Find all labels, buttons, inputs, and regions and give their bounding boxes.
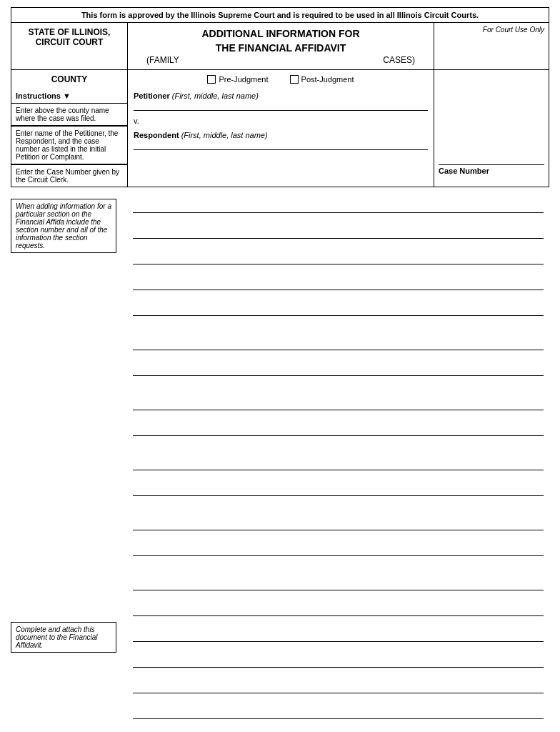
respondent-label: Respondent (First, middle, last name) bbox=[134, 131, 428, 139]
county-label: COUNTY bbox=[11, 69, 128, 89]
line-9[interactable] bbox=[133, 416, 544, 436]
line-13[interactable] bbox=[133, 536, 544, 556]
line-6[interactable] bbox=[133, 330, 544, 350]
instruction-block-3: Enter the Case Number given by the Circu… bbox=[11, 164, 127, 187]
court-use-right bbox=[434, 69, 549, 89]
writing-lines bbox=[127, 193, 549, 616]
title-col: ADDITIONAL INFORMATION FOR THE FINANCIAL… bbox=[128, 23, 434, 69]
line-2[interactable] bbox=[133, 219, 544, 239]
header-section: STATE OF ILLINOIS, CIRCUIT COURT ADDITIO… bbox=[11, 22, 549, 187]
bottom-lines bbox=[127, 622, 549, 693]
line-17[interactable] bbox=[133, 648, 544, 668]
case-number-col: Case Number bbox=[434, 89, 549, 187]
respondent-section: Respondent (First, middle, last name) bbox=[134, 131, 428, 150]
court-use-col: For Court Use Only bbox=[434, 23, 549, 69]
v-label: v. bbox=[134, 117, 428, 125]
pre-judgment-label: Pre-Judgment bbox=[219, 75, 268, 84]
line-10[interactable] bbox=[133, 450, 544, 470]
line-4[interactable] bbox=[133, 270, 544, 290]
line-15[interactable] bbox=[133, 596, 544, 616]
bottom-instruction-box: Complete and attach this document to the… bbox=[11, 622, 116, 653]
form-title-main: ADDITIONAL INFORMATION FOR THE FINANCIAL… bbox=[132, 27, 429, 55]
cases-label: CASES) bbox=[383, 55, 415, 65]
instructions-title: Instructions ▼ bbox=[11, 89, 127, 104]
case-number-input[interactable] bbox=[439, 175, 544, 184]
line-16[interactable] bbox=[133, 622, 544, 642]
line-19[interactable] bbox=[133, 699, 544, 719]
line-12[interactable] bbox=[133, 510, 544, 530]
petitioner-section: Petitioner (First, middle, last name) bbox=[134, 92, 428, 111]
respondent-input[interactable] bbox=[134, 141, 428, 150]
party-fields: Petitioner (First, middle, last name) v.… bbox=[128, 89, 434, 187]
post-judgment-checkbox[interactable]: Post-Judgment bbox=[290, 75, 354, 84]
line-11[interactable] bbox=[133, 476, 544, 496]
top-notice: This form is approved by the Illinois Su… bbox=[11, 7, 549, 22]
post-judgment-label: Post-Judgment bbox=[301, 75, 354, 84]
judgment-area: Pre-Judgment Post-Judgment bbox=[128, 69, 434, 89]
line-7[interactable] bbox=[133, 356, 544, 376]
writing-area: When adding information for a particular… bbox=[11, 193, 549, 616]
petitioner-label: Petitioner (First, middle, last name) bbox=[134, 92, 428, 100]
line-5[interactable] bbox=[133, 296, 544, 316]
instruction-block-2: Enter name of the Petitioner, the Respon… bbox=[11, 126, 127, 164]
party-row: Instructions ▼ Enter above the county na… bbox=[11, 89, 549, 187]
pre-judgment-checkbox[interactable]: Pre-Judgment bbox=[207, 75, 268, 84]
state-col: STATE OF ILLINOIS, CIRCUIT COURT bbox=[11, 23, 128, 69]
line-14[interactable] bbox=[133, 570, 544, 590]
state-line2: CIRCUIT COURT bbox=[16, 37, 123, 47]
line-18[interactable] bbox=[133, 673, 544, 693]
extra-lines-area bbox=[11, 699, 549, 732]
petitioner-input[interactable] bbox=[134, 102, 428, 111]
line-8[interactable] bbox=[133, 390, 544, 410]
case-number-label: Case Number bbox=[439, 164, 544, 175]
writing-instruction-box: When adding information for a particular… bbox=[11, 199, 116, 253]
writing-instruction-text: When adding information for a particular… bbox=[16, 202, 111, 249]
bottom-left: Complete and attach this document to the… bbox=[11, 622, 127, 693]
line-20[interactable] bbox=[133, 725, 544, 732]
line-3[interactable] bbox=[133, 244, 544, 264]
pre-judgment-box[interactable] bbox=[207, 75, 216, 84]
instruction-block-1: Enter above the county name where the ca… bbox=[11, 104, 127, 126]
writing-left: When adding information for a particular… bbox=[11, 193, 127, 616]
extra-left bbox=[11, 699, 127, 732]
extra-lines bbox=[127, 699, 549, 732]
line-1[interactable] bbox=[133, 193, 544, 213]
family-label: (FAMILY bbox=[146, 55, 179, 65]
instructions-col: Instructions ▼ Enter above the county na… bbox=[11, 89, 128, 187]
post-judgment-box[interactable] bbox=[290, 75, 299, 84]
state-line1: STATE OF ILLINOIS, bbox=[16, 27, 123, 37]
bottom-writing-area: Complete and attach this document to the… bbox=[11, 622, 549, 693]
bottom-instruction-text: Complete and attach this document to the… bbox=[16, 625, 98, 649]
